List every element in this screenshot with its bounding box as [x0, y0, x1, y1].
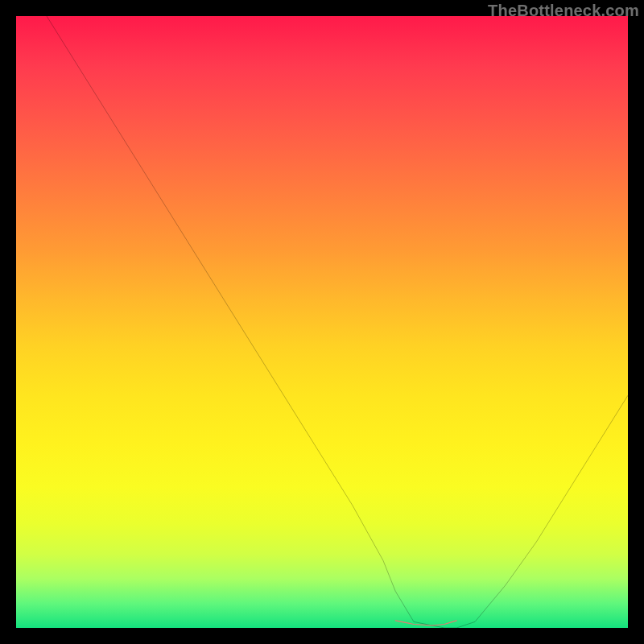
bottleneck-curve — [47, 16, 628, 628]
chart-container: TheBottleneck.com — [0, 0, 644, 644]
chart-svg — [16, 16, 628, 628]
valley-marker — [395, 621, 456, 625]
plot-area — [16, 16, 628, 628]
